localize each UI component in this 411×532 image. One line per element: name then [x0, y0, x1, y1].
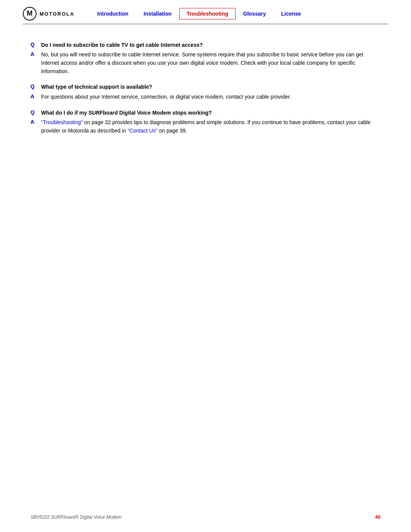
qa-item-1: Q Do I need to subscribe to cable TV to …	[30, 41, 381, 76]
nav-glossary[interactable]: Glossary	[236, 8, 274, 20]
a3-label: A	[30, 118, 41, 125]
contact-us-link[interactable]: “Contact Us”	[127, 128, 158, 134]
nav-row: M MOTOROLA Introduction Installation Tro…	[23, 7, 388, 21]
footer-left-text: SBV5222 SURFboard® Digital Voice Modem	[30, 514, 121, 520]
motorola-logo: M MOTOROLA	[23, 7, 75, 21]
main-content: Q Do I need to subscribe to cable TV to …	[0, 24, 411, 532]
a3-answer-row: A “Troubleshooting” on page 32 provides …	[30, 118, 381, 135]
nav-license[interactable]: License	[274, 8, 309, 20]
a2-text: For questions about your Internet servic…	[41, 93, 381, 101]
a3-text-part4: on page 39.	[158, 128, 187, 134]
nav-introduction[interactable]: Introduction	[90, 8, 136, 20]
qa-item-2: Q What type of technical support is avai…	[30, 83, 381, 101]
nav-links: Introduction Installation Troubleshootin…	[90, 8, 388, 20]
motorola-logo-icon: M	[23, 7, 37, 21]
q1-question: Do I need to subscribe to cable TV to ge…	[41, 41, 381, 50]
footer: SBV5222 SURFboard® Digital Voice Modem 4…	[0, 510, 411, 524]
a3-text: “Troubleshooting” on page 32 provides ti…	[41, 118, 381, 135]
q1-question-row: Q Do I need to subscribe to cable TV to …	[30, 41, 381, 50]
q3-question-row: Q What do I do if my SURFboard Digital V…	[30, 109, 381, 117]
header: M MOTOROLA Introduction Installation Tro…	[0, 0, 411, 24]
a3-text-part2: on page 32 provides tips to diagnose pro…	[41, 119, 371, 134]
q2-question-row: Q What type of technical support is avai…	[30, 83, 381, 91]
a1-text: No, but you will need to subscribe to ca…	[41, 51, 381, 75]
qa-item-3: Q What do I do if my SURFboard Digital V…	[30, 109, 381, 135]
q1-label: Q	[30, 41, 41, 48]
logo-text: MOTOROLA	[40, 11, 75, 17]
footer-page-number: 40	[375, 514, 381, 520]
svg-text:M: M	[27, 10, 33, 17]
a2-label: A	[30, 93, 41, 99]
page-container: M MOTOROLA Introduction Installation Tro…	[0, 0, 411, 532]
q3-label: Q	[30, 109, 41, 115]
a1-label: A	[30, 51, 41, 57]
troubleshooting-link[interactable]: “Troubleshooting”	[41, 119, 83, 125]
a2-answer-row: A For questions about your Internet serv…	[30, 93, 381, 101]
q2-question: What type of technical support is availa…	[41, 83, 381, 91]
a1-answer-row: A No, but you will need to subscribe to …	[30, 51, 381, 75]
q3-question: What do I do if my SURFboard Digital Voi…	[41, 109, 381, 117]
nav-installation[interactable]: Installation	[136, 8, 179, 20]
q2-label: Q	[30, 83, 41, 89]
nav-troubleshooting[interactable]: Troubleshooting	[179, 8, 236, 19]
logo-area: M MOTOROLA	[23, 7, 75, 21]
